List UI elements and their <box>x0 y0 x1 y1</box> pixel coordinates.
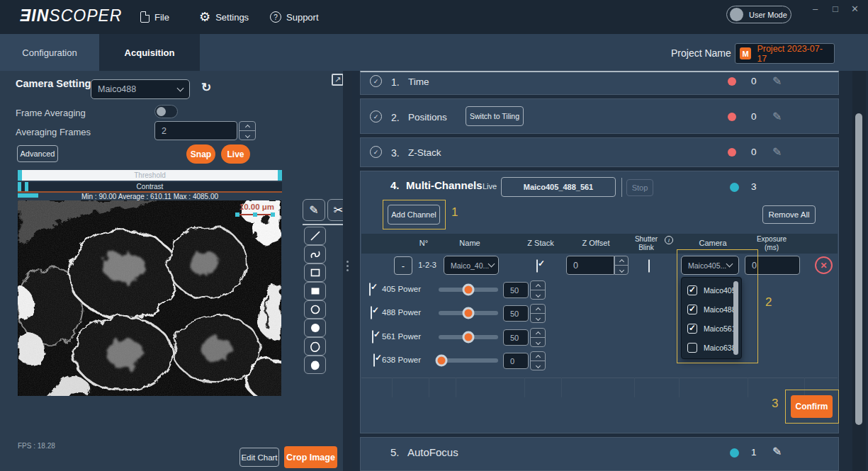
exposure-input[interactable]: 0 <box>745 256 800 275</box>
measure-handle-icon[interactable] <box>271 212 275 217</box>
maximize-button[interactable]: □ <box>833 4 838 14</box>
edit-chart-button[interactable]: Edit Chart <box>239 448 279 467</box>
measurement-line[interactable] <box>237 214 273 215</box>
stepper-down-icon[interactable] <box>239 130 255 140</box>
step-row-time[interactable] <box>360 71 839 95</box>
averaging-frames-stepper[interactable] <box>239 121 256 140</box>
power-checkbox-561[interactable] <box>372 330 373 344</box>
contrast-handle-right[interactable] <box>25 182 28 191</box>
power-slider-405[interactable] <box>439 288 498 292</box>
power-stepper[interactable] <box>530 351 546 370</box>
slider-handle[interactable] <box>465 310 473 317</box>
averaging-frames-input[interactable]: 2 <box>154 121 237 140</box>
edit-pencil-icon[interactable]: ✎ <box>772 74 782 88</box>
tab-acquisition[interactable]: Acquisition <box>99 34 200 71</box>
power-stepper[interactable] <box>530 304 546 323</box>
confirm-button[interactable]: Confirm <box>791 395 833 418</box>
power-value-488[interactable]: 50 <box>503 305 529 322</box>
filled-polygon-tool-button[interactable] <box>304 356 326 374</box>
measure-handle-icon[interactable] <box>235 212 239 217</box>
add-channel-button[interactable]: Add Channel <box>388 205 440 225</box>
delete-channel-icon[interactable]: ✕ <box>815 256 833 274</box>
measure-handle-icon[interactable] <box>253 212 257 217</box>
threshold-slider[interactable]: Threshold <box>18 170 282 181</box>
menu-settings[interactable]: ⚙ Settings <box>199 9 249 25</box>
power-value-405[interactable]: 50 <box>503 282 529 298</box>
circle-tool-button[interactable] <box>304 300 326 319</box>
menu-support[interactable]: ? Support <box>270 9 319 25</box>
camera-option[interactable]: Maico561 <box>682 319 741 338</box>
stepper-up-icon[interactable] <box>615 256 628 265</box>
power-slider-488[interactable] <box>439 311 498 315</box>
power-checkbox-405[interactable] <box>369 283 371 296</box>
live-button[interactable]: Live <box>221 144 250 164</box>
threshold-handle-left[interactable] <box>18 170 22 181</box>
close-button[interactable]: ✕ <box>851 4 859 14</box>
camera-option[interactable]: Maico488 <box>682 300 741 319</box>
slider-handle[interactable] <box>465 334 473 341</box>
project-name-input[interactable]: M Project 2023-07-17 <box>735 43 835 64</box>
power-slider-638[interactable] <box>439 358 498 363</box>
shutter-blink-checkbox[interactable] <box>648 259 650 273</box>
channel-camera-select[interactable]: Maico405... <box>681 256 739 275</box>
camera-option[interactable]: Maico405 <box>682 280 741 300</box>
power-checkbox-638[interactable] <box>373 353 375 367</box>
power-value-561[interactable]: 50 <box>503 329 529 346</box>
user-mode-toggle[interactable]: User Mode <box>726 6 791 23</box>
contrast-handle-left[interactable] <box>18 182 21 191</box>
power-checkbox-488[interactable] <box>371 306 372 319</box>
menu-file[interactable]: File <box>140 9 169 25</box>
threshold-handle-right[interactable] <box>278 170 282 181</box>
option-checkbox[interactable] <box>687 343 697 353</box>
power-value-638[interactable]: 0 <box>503 353 529 369</box>
edit-pencil-icon[interactable]: ✎ <box>772 145 782 159</box>
frame-averaging-toggle[interactable] <box>154 105 178 118</box>
polygon-tool-button[interactable] <box>304 337 326 356</box>
contrast-slider[interactable]: Contrast <box>18 182 282 191</box>
tab-configuration[interactable]: Configuration <box>0 34 99 71</box>
power-slider-561[interactable] <box>439 335 498 339</box>
crop-image-button[interactable]: Crop Image <box>284 446 337 468</box>
dropdown-scrollbar[interactable] <box>733 281 738 355</box>
scrollbar-thumb[interactable] <box>855 113 862 425</box>
slider-handle[interactable] <box>438 357 446 365</box>
power-label: 488 Power <box>382 308 421 317</box>
camera-option[interactable]: Maico638 <box>682 338 741 357</box>
slider-handle[interactable] <box>465 286 473 294</box>
edit-pencil-icon[interactable]: ✎ <box>772 110 782 123</box>
minimize-button[interactable]: – <box>813 4 818 14</box>
filled-rectangle-tool-button[interactable] <box>304 282 326 300</box>
power-label: 405 Power <box>382 285 421 293</box>
power-stepper[interactable] <box>530 328 546 347</box>
option-checkbox[interactable] <box>687 285 697 295</box>
stop-button[interactable]: Stop <box>626 179 653 196</box>
splitter-handle-icon[interactable] <box>346 261 349 271</box>
option-checkbox[interactable] <box>687 324 697 334</box>
zstack-checkbox[interactable] <box>536 259 538 273</box>
zoffset-input[interactable]: 0 <box>566 256 614 275</box>
power-stepper[interactable] <box>530 280 546 300</box>
live-preset-button[interactable]: Maico405_488_561 <box>501 177 616 197</box>
freehand-tool-button[interactable] <box>304 245 326 263</box>
snap-button[interactable]: Snap <box>186 144 215 164</box>
refresh-icon[interactable]: ↻ <box>201 80 211 95</box>
info-icon[interactable]: i <box>665 236 673 244</box>
option-checkbox[interactable] <box>687 305 697 314</box>
zoffset-stepper[interactable] <box>614 256 629 275</box>
popout-icon[interactable]: ↗ <box>332 74 344 86</box>
filled-circle-tool-button[interactable] <box>304 319 326 337</box>
remove-channel-button[interactable]: - <box>394 256 412 275</box>
channel-name-select[interactable]: Maico_40... <box>444 256 499 275</box>
stepper-up-icon[interactable] <box>239 122 255 130</box>
step-name: Time <box>408 76 429 87</box>
rectangle-tool-button[interactable] <box>304 263 326 282</box>
stepper-down-icon[interactable] <box>615 265 628 274</box>
remove-all-button[interactable]: Remove All <box>762 205 816 224</box>
line-tool-button[interactable] <box>304 227 326 245</box>
pencil-tool-button[interactable]: ✎ <box>303 199 325 221</box>
edit-pencil-icon[interactable]: ✎ <box>772 445 782 458</box>
switch-to-tiling-button[interactable]: Switch to Tiling <box>466 106 524 126</box>
live-image-view[interactable]: 10.00 μm <box>18 200 281 396</box>
camera-select[interactable]: Maico488 <box>91 79 190 99</box>
advanced-button[interactable]: Advanced <box>17 145 58 162</box>
